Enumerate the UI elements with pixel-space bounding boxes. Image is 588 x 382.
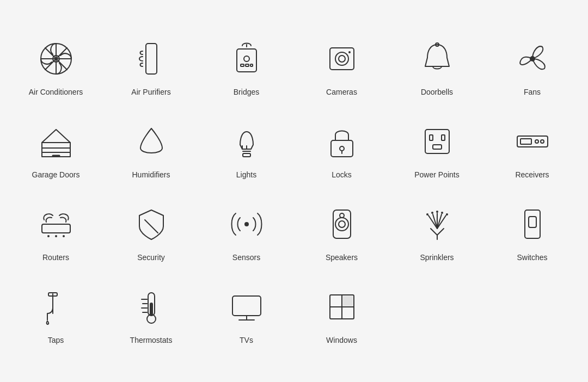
svg-point-32 — [535, 140, 538, 143]
svg-rect-56 — [529, 217, 536, 227]
locks-icon — [320, 120, 364, 163]
item-fans[interactable]: Fans — [487, 28, 577, 106]
humidifiers-icon — [130, 120, 173, 163]
item-sprinklers[interactable]: Sprinklers — [392, 194, 482, 271]
power-points-icon — [415, 120, 459, 163]
item-tvs[interactable]: TVs — [201, 276, 291, 354]
svg-rect-30 — [517, 136, 548, 147]
svg-rect-8 — [330, 48, 354, 70]
item-routers[interactable]: Routers — [11, 194, 101, 271]
svg-line-38 — [145, 220, 158, 233]
receivers-label: Receivers — [515, 170, 549, 180]
security-label: Security — [137, 252, 165, 262]
locks-label: Locks — [332, 170, 352, 180]
item-cameras[interactable]: Cameras — [297, 28, 387, 106]
svg-point-33 — [541, 140, 544, 143]
svg-rect-55 — [525, 210, 540, 238]
svg-point-53 — [441, 212, 443, 214]
svg-point-37 — [63, 235, 65, 237]
svg-point-35 — [47, 235, 50, 237]
switches-label: Switches — [517, 252, 547, 262]
garage-doors-label: Garage Doors — [32, 170, 80, 180]
item-doorbells[interactable]: Doorbells — [392, 28, 482, 106]
svg-point-51 — [431, 212, 433, 214]
taps-label: Taps — [48, 335, 64, 345]
tvs-icon — [225, 285, 268, 329]
svg-rect-23 — [331, 140, 353, 157]
item-taps[interactable]: Taps — [11, 276, 101, 354]
svg-point-39 — [244, 222, 249, 226]
svg-rect-34 — [42, 224, 70, 233]
svg-point-42 — [339, 221, 345, 227]
svg-rect-2 — [146, 44, 157, 74]
svg-line-49 — [437, 215, 446, 229]
svg-point-52 — [436, 211, 438, 213]
item-power-points[interactable]: Power Points — [392, 111, 482, 188]
svg-rect-66 — [232, 296, 261, 316]
routers-label: Routers — [42, 252, 69, 262]
item-bridges[interactable]: Bridges — [201, 28, 291, 106]
svg-point-36 — [55, 235, 57, 237]
svg-rect-27 — [430, 135, 433, 140]
sprinklers-icon — [415, 202, 459, 246]
svg-rect-73 — [343, 296, 353, 306]
sprinklers-label: Sprinklers — [420, 252, 454, 262]
item-switches[interactable]: Switches — [487, 194, 577, 271]
svg-rect-28 — [442, 135, 445, 140]
svg-rect-14 — [42, 143, 70, 157]
svg-rect-29 — [433, 145, 442, 149]
taps-icon — [34, 285, 78, 329]
fans-label: Fans — [524, 87, 541, 97]
svg-point-50 — [426, 213, 428, 215]
bridges-label: Bridges — [234, 87, 259, 97]
svg-point-10 — [339, 56, 345, 62]
svg-point-41 — [335, 218, 348, 231]
svg-point-54 — [446, 213, 448, 215]
cameras-label: Cameras — [326, 87, 357, 97]
item-humidifiers[interactable]: Humidifiers — [106, 111, 196, 188]
item-sensors[interactable]: Sensors — [201, 194, 291, 271]
item-air-conditioners[interactable]: Air Conditioners — [11, 28, 101, 106]
switches-icon — [511, 202, 554, 246]
item-lights[interactable]: Lights — [201, 111, 291, 188]
svg-point-11 — [348, 51, 351, 53]
svg-rect-7 — [250, 64, 253, 66]
item-locks[interactable]: Locks — [297, 111, 387, 188]
svg-rect-31 — [520, 139, 531, 144]
thermostats-icon — [130, 285, 173, 329]
doorbells-label: Doorbells — [421, 87, 453, 97]
item-air-purifiers[interactable]: Air Purifiers — [106, 28, 196, 106]
category-grid: Air Conditioners Air Purifiers — [11, 28, 577, 354]
air-purifiers-icon — [130, 37, 173, 81]
svg-line-45 — [428, 215, 437, 229]
item-windows[interactable]: Windows — [297, 276, 387, 354]
doorbells-icon — [415, 37, 459, 81]
security-icon — [130, 202, 173, 246]
power-points-label: Power Points — [414, 170, 459, 180]
svg-point-13 — [530, 57, 535, 61]
thermostats-label: Thermostats — [130, 335, 173, 345]
item-security[interactable]: Security — [106, 194, 196, 271]
svg-rect-20 — [243, 153, 250, 157]
bridges-icon — [225, 37, 268, 81]
svg-rect-61 — [150, 303, 153, 316]
svg-rect-3 — [237, 49, 256, 72]
speakers-icon — [320, 202, 364, 246]
lights-label: Lights — [236, 170, 256, 180]
cameras-icon — [320, 37, 364, 81]
speakers-label: Speakers — [326, 252, 358, 262]
windows-icon — [320, 285, 364, 329]
item-speakers[interactable]: Speakers — [297, 194, 387, 271]
item-receivers[interactable]: Receivers — [487, 111, 577, 188]
svg-rect-26 — [425, 130, 449, 153]
item-garage-doors[interactable]: Garage Doors — [11, 111, 101, 188]
sensors-label: Sensors — [232, 252, 260, 262]
humidifiers-label: Humidifiers — [132, 170, 170, 180]
svg-rect-5 — [241, 64, 244, 66]
garage-doors-icon — [34, 120, 78, 163]
air-purifiers-label: Air Purifiers — [131, 87, 170, 97]
item-thermostats[interactable]: Thermostats — [106, 276, 196, 354]
sensors-icon — [225, 202, 268, 246]
svg-line-48 — [437, 214, 442, 229]
windows-label: Windows — [326, 335, 357, 345]
